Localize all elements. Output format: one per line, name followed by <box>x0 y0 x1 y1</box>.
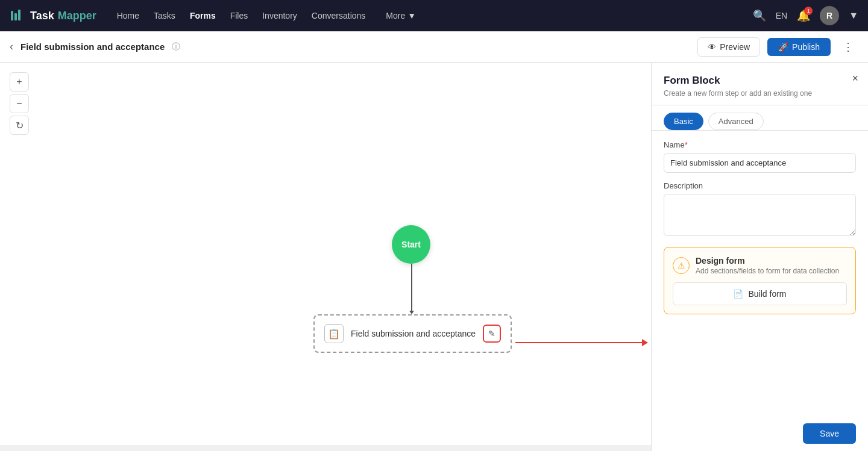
name-field-row: Name* <box>664 140 856 173</box>
info-icon[interactable]: ⓘ <box>172 42 180 52</box>
nav-home[interactable]: Home <box>111 7 145 24</box>
notification-bell[interactable]: 🔔 1 <box>797 9 810 22</box>
nav-conversations[interactable]: Conversations <box>306 7 372 24</box>
form-node-icon: 📋 <box>324 324 344 343</box>
arrow-head <box>642 339 648 346</box>
description-field-row: Description <box>664 181 856 238</box>
name-input[interactable] <box>664 153 856 173</box>
logo-icon <box>10 7 27 24</box>
language-selector[interactable]: EN <box>776 11 787 20</box>
svg-rect-1 <box>14 13 17 20</box>
subheader: ‹ Field submission and acceptance ⓘ 👁 Pr… <box>0 31 868 63</box>
canvas-controls: + − ↻ <box>10 72 29 135</box>
undo-button[interactable]: ↻ <box>10 116 29 135</box>
form-node[interactable]: 📋 Field submission and acceptance ✎ <box>313 314 512 353</box>
design-card-header: ⚠ Design form Add sections/fields to for… <box>673 256 847 275</box>
nav-forms[interactable]: Forms <box>184 7 222 24</box>
design-form-icon: ⚠ <box>673 257 690 274</box>
avatar[interactable]: R <box>820 6 839 25</box>
more-label: More <box>386 11 405 20</box>
logo-task: Task <box>30 10 54 22</box>
nav-right-icons: 🔍 EN 🔔 1 R ▼ <box>753 6 858 25</box>
panel-subtitle: Create a new form step or add an existin… <box>664 89 856 98</box>
publish-label: Publish <box>792 42 820 52</box>
build-form-button[interactable]: 📄 Build form <box>673 282 847 305</box>
eye-icon: 👁 <box>708 42 716 52</box>
arrow-line <box>515 342 642 343</box>
design-form-title: Design form <box>696 256 847 266</box>
build-form-icon: 📄 <box>733 289 743 299</box>
design-card-text: Design form Add sections/fields to form … <box>696 256 847 275</box>
preview-button[interactable]: 👁 Preview <box>697 37 760 57</box>
design-form-description: Add sections/fields to form for data col… <box>696 267 847 275</box>
main-area: + − ↻ Start 📋 Field submission and accep… <box>0 63 868 451</box>
notification-badge: 1 <box>804 7 813 15</box>
chevron-down-icon: ▼ <box>407 11 416 20</box>
required-indicator: * <box>685 140 688 149</box>
design-form-card: ⚠ Design form Add sections/fields to for… <box>664 247 856 314</box>
search-button[interactable]: 🔍 <box>753 9 766 22</box>
panel-tabs: Basic Advanced <box>652 105 868 131</box>
main-nav: Home Tasks Forms Files Inventory Convers… <box>111 7 372 24</box>
panel-header: Form Block Create a new form step or add… <box>652 63 868 105</box>
build-form-label: Build form <box>748 289 786 299</box>
publish-icon: 🚀 <box>778 42 788 52</box>
more-options-button[interactable]: ⋮ <box>838 38 858 56</box>
arrow-to-panel <box>515 339 648 346</box>
nav-inventory[interactable]: Inventory <box>256 7 303 24</box>
start-node-label: Start <box>401 240 421 249</box>
back-button[interactable]: ‹ <box>10 40 13 53</box>
description-field-label: Description <box>664 181 856 190</box>
tab-advanced[interactable]: Advanced <box>708 113 764 130</box>
form-node-edit-button[interactable]: ✎ <box>483 325 501 343</box>
top-navigation: TaskMapper Home Tasks Forms Files Invent… <box>0 0 868 31</box>
panel-close-button[interactable]: × <box>852 72 858 85</box>
app-logo[interactable]: TaskMapper <box>10 7 96 24</box>
panel-footer: Save <box>652 416 868 451</box>
page-title: Field submission and acceptance <box>20 42 165 52</box>
scroll-area[interactable] <box>0 445 651 451</box>
save-button[interactable]: Save <box>803 423 856 444</box>
logo-mapper: Mapper <box>58 10 96 22</box>
zoom-in-button[interactable]: + <box>10 72 29 92</box>
zoom-out-button[interactable]: − <box>10 94 29 113</box>
chevron-down-icon-avatar[interactable]: ▼ <box>849 10 858 21</box>
svg-rect-2 <box>18 10 20 20</box>
publish-button[interactable]: 🚀 Publish <box>767 38 831 56</box>
connector-line <box>411 264 412 312</box>
nav-files[interactable]: Files <box>224 7 254 24</box>
start-node: Start <box>392 225 430 264</box>
name-field-label: Name* <box>664 140 856 149</box>
panel-body: Name* Description ⚠ Design form Add sect… <box>652 131 868 416</box>
description-textarea[interactable] <box>664 194 856 236</box>
more-menu[interactable]: More ▼ <box>386 11 416 20</box>
tab-basic[interactable]: Basic <box>664 113 703 130</box>
nav-tasks[interactable]: Tasks <box>148 7 181 24</box>
right-panel: Form Block Create a new form step or add… <box>651 63 868 451</box>
form-node-label: Field submission and acceptance <box>351 329 476 338</box>
panel-title: Form Block <box>664 75 856 87</box>
workflow-canvas[interactable]: + − ↻ Start 📋 Field submission and accep… <box>0 63 651 451</box>
preview-label: Preview <box>720 42 750 52</box>
svg-rect-0 <box>11 11 13 20</box>
